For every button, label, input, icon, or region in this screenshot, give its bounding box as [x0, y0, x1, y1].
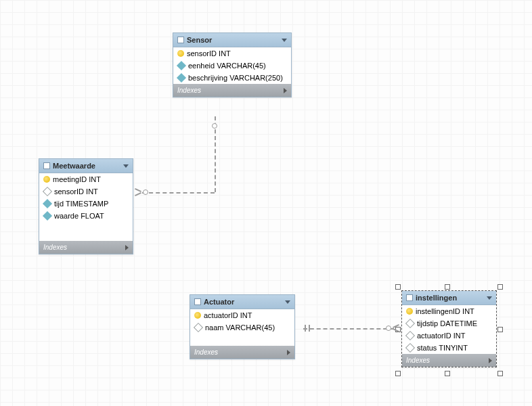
resize-handle[interactable] [445, 284, 450, 290]
column-row[interactable]: status TINYINT [402, 342, 496, 354]
key-icon [177, 50, 184, 57]
column-row[interactable]: meetingID INT [39, 173, 133, 185]
resize-handle[interactable] [497, 371, 503, 376]
column-row[interactable]: tijdstip DATETIME [402, 317, 496, 330]
diamond-outline-icon [194, 323, 203, 332]
table-icon [406, 294, 413, 301]
connector-actuator-instellingen[interactable] [303, 328, 394, 330]
entity-footer-meetwaarde[interactable]: Indexes [39, 241, 133, 254]
cardinality-zero-icon [212, 123, 217, 129]
cardinality-one-icon [305, 325, 306, 332]
diamond-outline-icon [43, 187, 52, 196]
entity-sensor[interactable]: Sensor sensorID INT eenheid VARCHAR(45) … [173, 32, 292, 97]
chevron-down-icon[interactable] [282, 39, 287, 42]
cardinality-many-icon [393, 325, 399, 332]
resize-handle[interactable] [395, 284, 401, 290]
column-text: actuatorID INT [204, 311, 252, 319]
entity-footer-instellingen[interactable]: Indexes [402, 354, 496, 367]
diamond-icon [43, 211, 52, 221]
column-row[interactable]: sensorID INT [39, 185, 133, 198]
column-text: tijdstip DATETIME [417, 319, 477, 328]
column-row[interactable]: naam VARCHAR(45) [190, 321, 294, 334]
column-text: naam VARCHAR(45) [205, 323, 275, 332]
entity-title: instellingen [416, 294, 484, 302]
chevron-down-icon[interactable] [123, 164, 129, 168]
diamond-outline-icon [405, 331, 415, 340]
resize-handle[interactable] [497, 284, 503, 290]
footer-label: Indexes [43, 244, 67, 251]
arrow-right-icon [287, 350, 290, 355]
arrow-right-icon [125, 245, 129, 250]
column-text: status TINYINT [417, 344, 468, 352]
entity-actuator[interactable]: Actuator actuatorID INT naam VARCHAR(45)… [190, 294, 295, 359]
resize-handle[interactable] [497, 327, 503, 332]
diamond-icon [43, 199, 52, 208]
diamond-icon [177, 61, 186, 70]
key-icon [43, 176, 50, 183]
column-row[interactable]: actuatorID INT [190, 309, 294, 321]
entity-header-instellingen[interactable]: instellingen [402, 291, 496, 305]
key-icon [194, 312, 201, 319]
entity-columns-instellingen: instellingenID INT tijdstip DATETIME act… [402, 305, 496, 354]
entity-footer-sensor[interactable]: Indexes [173, 84, 291, 97]
resize-handle[interactable] [395, 371, 401, 376]
column-row[interactable]: instellingenID INT [402, 305, 496, 317]
column-row[interactable]: beschrijving VARCHAR(250) [173, 72, 291, 84]
column-row[interactable]: waarde FLOAT [39, 210, 133, 222]
entity-columns-sensor: sensorID INT eenheid VARCHAR(45) beschri… [173, 47, 291, 84]
arrow-right-icon [489, 358, 492, 363]
column-text: actuatorID INT [417, 332, 466, 340]
diamond-outline-icon [405, 319, 415, 328]
column-row[interactable]: tijd TIMESTAMP [39, 198, 133, 210]
column-text: eenheid VARCHAR(45) [188, 62, 266, 70]
resize-handle[interactable] [445, 371, 450, 376]
column-text: instellingenID INT [416, 307, 474, 315]
entity-header-actuator[interactable]: Actuator [190, 295, 294, 309]
entity-header-sensor[interactable]: Sensor [173, 33, 291, 47]
column-text: sensorID INT [187, 49, 231, 58]
diamond-outline-icon [405, 343, 415, 353]
column-text: waarde FLOAT [54, 212, 104, 220]
chevron-down-icon[interactable] [487, 296, 492, 300]
diamond-icon [177, 73, 186, 83]
entity-instellingen[interactable]: instellingen instellingenID INT tijdstip… [401, 290, 497, 367]
column-row[interactable]: sensorID INT [173, 47, 291, 60]
table-icon [177, 37, 184, 43]
column-text: tijd TIMESTAMP [54, 200, 108, 208]
footer-label: Indexes [194, 348, 218, 356]
column-row[interactable]: actuatorID INT [402, 330, 496, 342]
cardinality-one-icon [309, 325, 310, 332]
footer-label: Indexes [177, 87, 201, 94]
arrow-right-icon [284, 88, 287, 93]
footer-label: Indexes [406, 357, 430, 364]
table-icon [194, 298, 201, 305]
column-row[interactable]: eenheid VARCHAR(45) [173, 60, 291, 72]
entity-title: Meetwaarde [53, 162, 120, 170]
entity-meetwaarde[interactable]: Meetwaarde meetingID INT sensorID INT ti… [39, 158, 133, 254]
column-text: beschrijving VARCHAR(250) [188, 74, 283, 82]
entity-columns-actuator: actuatorID INT naam VARCHAR(45) [190, 309, 294, 346]
entity-footer-actuator[interactable]: Indexes [190, 346, 294, 359]
entity-title: Actuator [204, 298, 282, 306]
column-text: sensorID INT [54, 187, 98, 196]
cardinality-zero-icon [386, 325, 391, 331]
key-icon [406, 308, 413, 315]
connector-meetwaarde-sensor[interactable] [142, 192, 215, 194]
table-icon [43, 162, 50, 169]
entity-columns-meetwaarde: meetingID INT sensorID INT tijd TIMESTAM… [39, 173, 133, 241]
entity-header-meetwaarde[interactable]: Meetwaarde [39, 159, 133, 173]
cardinality-zero-icon [143, 189, 148, 195]
chevron-down-icon[interactable] [285, 300, 290, 304]
cardinality-many-icon [135, 189, 141, 196]
column-text: meetingID INT [53, 175, 101, 183]
entity-title: Sensor [187, 36, 279, 44]
